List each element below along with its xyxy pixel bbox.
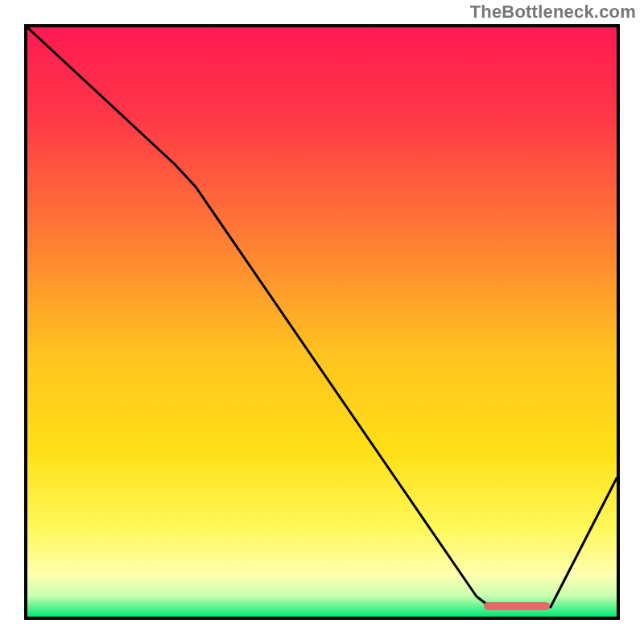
watermark-text: TheBottleneck.com xyxy=(470,2,636,23)
plot-area xyxy=(24,24,620,620)
chart-frame: TheBottleneck.com xyxy=(0,0,644,644)
optimal-zone-marker xyxy=(484,602,550,610)
bottleneck-curve xyxy=(27,27,617,617)
